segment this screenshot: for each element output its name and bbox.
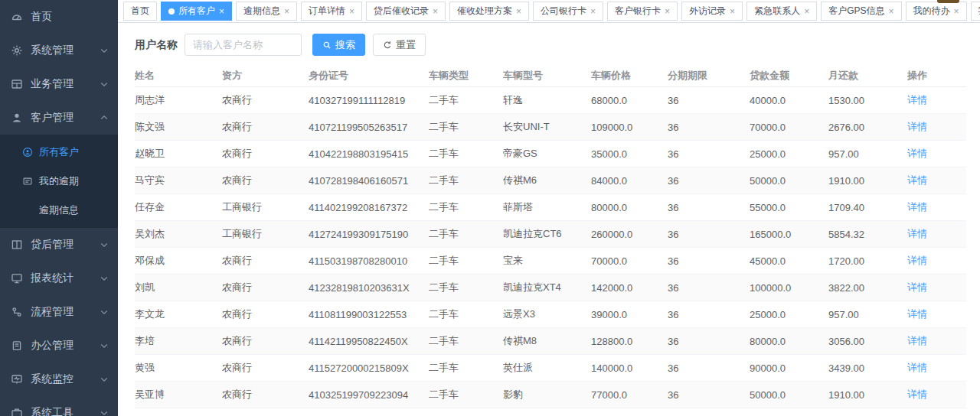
cell-vehicle-price: 80000.0 xyxy=(591,202,668,213)
cell-term: 36 xyxy=(668,202,750,213)
detail-link[interactable]: 详情 xyxy=(907,362,927,373)
close-icon[interactable]: × xyxy=(665,7,670,16)
sidebar-item[interactable]: 贷后管理 xyxy=(0,228,118,262)
cell-id-number: 411402199208167372 xyxy=(309,202,429,213)
detail-link[interactable]: 详情 xyxy=(907,148,927,159)
close-icon[interactable]: × xyxy=(433,7,438,16)
cell-vehicle-type: 二手车 xyxy=(429,174,503,187)
close-icon[interactable]: × xyxy=(516,7,521,16)
tab[interactable]: 我的流程 × xyxy=(971,2,980,21)
tab[interactable]: 公司银行卡 × xyxy=(533,2,603,21)
cell-funder: 工商银行 xyxy=(222,227,309,241)
cell-term: 36 xyxy=(668,148,750,160)
table-row: 任存金 工商银行 411402199208167372 二手车 菲斯塔 8000… xyxy=(135,194,966,221)
sidebar-item[interactable]: 系统监控 xyxy=(0,362,118,396)
tab[interactable]: 紧急联系人 × xyxy=(746,2,817,21)
chevron-down-icon xyxy=(100,307,109,317)
sidebar-subitem[interactable]: 逾期信息 xyxy=(0,196,118,225)
cell-funder: 农商行 xyxy=(222,361,309,375)
col-header-actions: 操作 xyxy=(907,69,966,83)
close-icon[interactable]: × xyxy=(804,7,809,16)
sidebar-item-label: 业务管理 xyxy=(31,77,100,91)
tab[interactable]: 首页 × xyxy=(123,2,157,21)
tab[interactable]: 订单详情 × xyxy=(301,2,362,21)
cell-vehicle-price: 140000.0 xyxy=(591,362,668,374)
sidebar-item[interactable]: 首页 xyxy=(0,0,118,34)
cell-funder: 农商行 xyxy=(222,147,309,161)
sidebar-item-label: 办公管理 xyxy=(31,339,100,353)
cell-id-number: 411503198708280010 xyxy=(309,255,429,267)
close-icon[interactable]: × xyxy=(888,7,893,16)
cell-vehicle-type: 二手车 xyxy=(429,200,503,214)
search-input[interactable] xyxy=(185,34,302,56)
cell-vehicle-type: 二手车 xyxy=(429,93,503,107)
sidebar-item[interactable]: 办公管理 xyxy=(0,329,118,362)
sidebar-item-label: 系统管理 xyxy=(31,44,100,57)
close-icon[interactable]: × xyxy=(349,7,354,16)
tab[interactable]: 所有客户 × xyxy=(161,2,232,21)
table-row: 李培 农商行 41142119950822450X 二手车 传祺M8 12880… xyxy=(135,328,966,355)
tab[interactable]: 贷后催收记录 × xyxy=(366,2,446,21)
all-customers-icon xyxy=(22,147,33,158)
tab[interactable]: 催收处理方案 × xyxy=(449,2,529,21)
cell-name: 赵晓卫 xyxy=(135,147,222,161)
detail-link[interactable]: 详情 xyxy=(907,388,927,400)
table-row: 马守宾 农商行 410728198406160571 二手车 传祺M6 8400… xyxy=(135,167,966,194)
search-icon xyxy=(322,41,332,50)
cell-monthly-payment: 1910.00 xyxy=(828,175,907,187)
tab[interactable]: 我的待办 × xyxy=(906,2,967,21)
sidebar-item[interactable]: 系统管理 xyxy=(0,34,118,67)
detail-link[interactable]: 详情 xyxy=(907,121,927,132)
gear-icon xyxy=(11,44,23,57)
close-icon[interactable]: × xyxy=(590,7,596,16)
close-icon[interactable]: × xyxy=(284,7,289,16)
sidebar-item[interactable]: 业务管理 xyxy=(0,67,118,101)
cell-name: 吴亚博 xyxy=(135,388,222,401)
tab-label: 外访记录 xyxy=(689,5,726,18)
sidebar-subitem[interactable]: 我的逾期 xyxy=(0,167,118,196)
cell-vehicle-type: 二手车 xyxy=(429,307,503,321)
table-row: 赵晓卫 农商行 410422198803195415 二手车 帝豪GS 3500… xyxy=(135,141,966,167)
cell-name: 邓保成 xyxy=(135,254,222,268)
sidebar-item[interactable]: 系统工具 xyxy=(0,396,118,416)
detail-link[interactable]: 详情 xyxy=(907,201,927,213)
reset-button[interactable]: 重置 xyxy=(373,34,426,56)
cell-term: 36 xyxy=(668,95,750,106)
cell-funder: 工商银行 xyxy=(222,200,309,214)
detail-link[interactable]: 详情 xyxy=(907,335,927,346)
monitor-icon xyxy=(11,373,23,385)
detail-link[interactable]: 详情 xyxy=(907,174,927,186)
tab[interactable]: 客户GPS信息 × xyxy=(821,2,901,21)
cell-id-number: 410327199111112819 xyxy=(309,95,429,106)
cell-loan-amount: 45000.0 xyxy=(750,255,828,267)
cell-vehicle-type: 二手车 xyxy=(429,361,503,375)
tab[interactable]: 外访记录 × xyxy=(681,2,743,21)
detail-link[interactable]: 详情 xyxy=(907,308,927,320)
search-button[interactable]: 搜索 xyxy=(312,34,365,56)
detail-link[interactable]: 详情 xyxy=(907,228,927,239)
sidebar-item[interactable]: 报表统计 xyxy=(0,262,118,295)
cell-name: 任存金 xyxy=(135,200,222,214)
active-dot xyxy=(168,8,175,15)
close-icon[interactable]: × xyxy=(730,7,735,16)
cell-id-number: 412724199309175190 xyxy=(309,229,429,240)
tab-bar: 首页 × 所有客户 × 逾期信息 × 订单详情 xyxy=(118,0,980,23)
workflow-icon xyxy=(11,306,23,318)
detail-link[interactable]: 详情 xyxy=(907,255,927,266)
cell-loan-amount: 50000.0 xyxy=(750,175,828,187)
sidebar-item[interactable]: 客户管理 xyxy=(0,101,118,135)
cell-monthly-payment: 5854.32 xyxy=(828,229,907,240)
detail-link[interactable]: 详情 xyxy=(907,281,927,293)
sidebar-item[interactable]: 流程管理 xyxy=(0,295,118,329)
tab[interactable]: 逾期信息 × xyxy=(236,2,297,21)
sidebar-subitem[interactable]: 所有客户 xyxy=(0,138,118,167)
close-icon[interactable]: × xyxy=(219,7,224,16)
cell-vehicle-price: 260000.0 xyxy=(591,229,668,240)
close-icon[interactable]: × xyxy=(954,7,959,16)
tab[interactable]: 客户银行卡 × xyxy=(607,2,678,21)
cell-loan-amount: 165000.0 xyxy=(750,229,828,240)
detail-link[interactable]: 详情 xyxy=(907,94,927,106)
cell-term: 36 xyxy=(668,229,750,240)
avatar[interactable] xyxy=(937,0,959,3)
grid-icon xyxy=(11,78,23,90)
